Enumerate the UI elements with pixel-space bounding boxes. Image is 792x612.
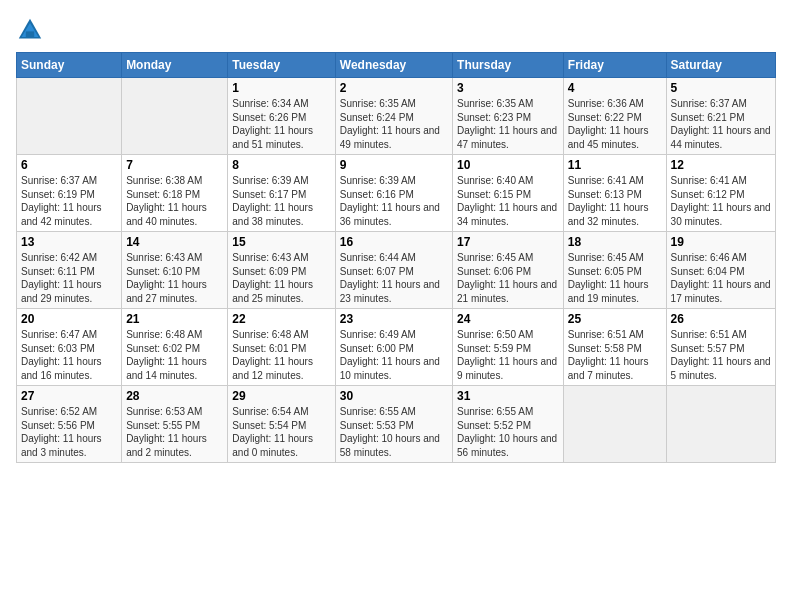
- day-info: Sunrise: 6:39 AMSunset: 6:16 PMDaylight:…: [340, 174, 448, 228]
- col-header-saturday: Saturday: [666, 53, 775, 78]
- day-info: Sunrise: 6:50 AMSunset: 5:59 PMDaylight:…: [457, 328, 559, 382]
- day-number: 16: [340, 235, 448, 249]
- day-number: 30: [340, 389, 448, 403]
- col-header-friday: Friday: [563, 53, 666, 78]
- calendar-cell: [17, 78, 122, 155]
- calendar-cell: 3Sunrise: 6:35 AMSunset: 6:23 PMDaylight…: [453, 78, 564, 155]
- day-info: Sunrise: 6:45 AMSunset: 6:05 PMDaylight:…: [568, 251, 662, 305]
- day-info: Sunrise: 6:53 AMSunset: 5:55 PMDaylight:…: [126, 405, 223, 459]
- calendar-cell: 9Sunrise: 6:39 AMSunset: 6:16 PMDaylight…: [335, 155, 452, 232]
- calendar-cell: 15Sunrise: 6:43 AMSunset: 6:09 PMDayligh…: [228, 232, 335, 309]
- col-header-sunday: Sunday: [17, 53, 122, 78]
- day-number: 20: [21, 312, 117, 326]
- col-header-thursday: Thursday: [453, 53, 564, 78]
- calendar-cell: 28Sunrise: 6:53 AMSunset: 5:55 PMDayligh…: [122, 386, 228, 463]
- day-number: 23: [340, 312, 448, 326]
- calendar-cell: [666, 386, 775, 463]
- day-info: Sunrise: 6:40 AMSunset: 6:15 PMDaylight:…: [457, 174, 559, 228]
- day-number: 11: [568, 158, 662, 172]
- day-number: 28: [126, 389, 223, 403]
- day-number: 7: [126, 158, 223, 172]
- calendar-cell: 22Sunrise: 6:48 AMSunset: 6:01 PMDayligh…: [228, 309, 335, 386]
- day-info: Sunrise: 6:55 AMSunset: 5:53 PMDaylight:…: [340, 405, 448, 459]
- day-info: Sunrise: 6:51 AMSunset: 5:58 PMDaylight:…: [568, 328, 662, 382]
- day-info: Sunrise: 6:37 AMSunset: 6:19 PMDaylight:…: [21, 174, 117, 228]
- calendar-week-3: 13Sunrise: 6:42 AMSunset: 6:11 PMDayligh…: [17, 232, 776, 309]
- calendar-cell: 21Sunrise: 6:48 AMSunset: 6:02 PMDayligh…: [122, 309, 228, 386]
- calendar-header-row: SundayMondayTuesdayWednesdayThursdayFrid…: [17, 53, 776, 78]
- day-number: 6: [21, 158, 117, 172]
- calendar-cell: 18Sunrise: 6:45 AMSunset: 6:05 PMDayligh…: [563, 232, 666, 309]
- day-info: Sunrise: 6:39 AMSunset: 6:17 PMDaylight:…: [232, 174, 330, 228]
- day-info: Sunrise: 6:35 AMSunset: 6:23 PMDaylight:…: [457, 97, 559, 151]
- calendar-cell: 8Sunrise: 6:39 AMSunset: 6:17 PMDaylight…: [228, 155, 335, 232]
- day-info: Sunrise: 6:51 AMSunset: 5:57 PMDaylight:…: [671, 328, 771, 382]
- day-number: 24: [457, 312, 559, 326]
- calendar-cell: 25Sunrise: 6:51 AMSunset: 5:58 PMDayligh…: [563, 309, 666, 386]
- day-info: Sunrise: 6:52 AMSunset: 5:56 PMDaylight:…: [21, 405, 117, 459]
- page-header: [16, 16, 776, 44]
- calendar-cell: 14Sunrise: 6:43 AMSunset: 6:10 PMDayligh…: [122, 232, 228, 309]
- col-header-tuesday: Tuesday: [228, 53, 335, 78]
- calendar-cell: 4Sunrise: 6:36 AMSunset: 6:22 PMDaylight…: [563, 78, 666, 155]
- calendar-cell: 1Sunrise: 6:34 AMSunset: 6:26 PMDaylight…: [228, 78, 335, 155]
- calendar-cell: 24Sunrise: 6:50 AMSunset: 5:59 PMDayligh…: [453, 309, 564, 386]
- day-number: 26: [671, 312, 771, 326]
- day-info: Sunrise: 6:47 AMSunset: 6:03 PMDaylight:…: [21, 328, 117, 382]
- day-number: 9: [340, 158, 448, 172]
- day-number: 18: [568, 235, 662, 249]
- day-number: 29: [232, 389, 330, 403]
- calendar-week-1: 1Sunrise: 6:34 AMSunset: 6:26 PMDaylight…: [17, 78, 776, 155]
- calendar-cell: 26Sunrise: 6:51 AMSunset: 5:57 PMDayligh…: [666, 309, 775, 386]
- day-info: Sunrise: 6:54 AMSunset: 5:54 PMDaylight:…: [232, 405, 330, 459]
- day-info: Sunrise: 6:43 AMSunset: 6:10 PMDaylight:…: [126, 251, 223, 305]
- calendar-cell: [563, 386, 666, 463]
- day-number: 27: [21, 389, 117, 403]
- col-header-monday: Monday: [122, 53, 228, 78]
- day-number: 21: [126, 312, 223, 326]
- day-number: 12: [671, 158, 771, 172]
- day-number: 10: [457, 158, 559, 172]
- day-number: 5: [671, 81, 771, 95]
- day-info: Sunrise: 6:38 AMSunset: 6:18 PMDaylight:…: [126, 174, 223, 228]
- day-info: Sunrise: 6:46 AMSunset: 6:04 PMDaylight:…: [671, 251, 771, 305]
- day-number: 14: [126, 235, 223, 249]
- day-info: Sunrise: 6:36 AMSunset: 6:22 PMDaylight:…: [568, 97, 662, 151]
- day-info: Sunrise: 6:49 AMSunset: 6:00 PMDaylight:…: [340, 328, 448, 382]
- calendar-cell: 12Sunrise: 6:41 AMSunset: 6:12 PMDayligh…: [666, 155, 775, 232]
- day-number: 15: [232, 235, 330, 249]
- day-number: 3: [457, 81, 559, 95]
- day-info: Sunrise: 6:37 AMSunset: 6:21 PMDaylight:…: [671, 97, 771, 151]
- calendar-cell: 16Sunrise: 6:44 AMSunset: 6:07 PMDayligh…: [335, 232, 452, 309]
- day-info: Sunrise: 6:41 AMSunset: 6:13 PMDaylight:…: [568, 174, 662, 228]
- day-number: 31: [457, 389, 559, 403]
- day-info: Sunrise: 6:35 AMSunset: 6:24 PMDaylight:…: [340, 97, 448, 151]
- calendar-cell: 29Sunrise: 6:54 AMSunset: 5:54 PMDayligh…: [228, 386, 335, 463]
- day-number: 19: [671, 235, 771, 249]
- day-number: 25: [568, 312, 662, 326]
- day-number: 13: [21, 235, 117, 249]
- logo: [16, 16, 48, 44]
- day-number: 22: [232, 312, 330, 326]
- day-info: Sunrise: 6:48 AMSunset: 6:02 PMDaylight:…: [126, 328, 223, 382]
- calendar-cell: 19Sunrise: 6:46 AMSunset: 6:04 PMDayligh…: [666, 232, 775, 309]
- calendar-cell: 17Sunrise: 6:45 AMSunset: 6:06 PMDayligh…: [453, 232, 564, 309]
- day-number: 8: [232, 158, 330, 172]
- calendar-cell: 20Sunrise: 6:47 AMSunset: 6:03 PMDayligh…: [17, 309, 122, 386]
- day-info: Sunrise: 6:48 AMSunset: 6:01 PMDaylight:…: [232, 328, 330, 382]
- calendar-week-4: 20Sunrise: 6:47 AMSunset: 6:03 PMDayligh…: [17, 309, 776, 386]
- calendar-week-5: 27Sunrise: 6:52 AMSunset: 5:56 PMDayligh…: [17, 386, 776, 463]
- logo-icon: [16, 16, 44, 44]
- calendar-cell: 13Sunrise: 6:42 AMSunset: 6:11 PMDayligh…: [17, 232, 122, 309]
- calendar-cell: 7Sunrise: 6:38 AMSunset: 6:18 PMDaylight…: [122, 155, 228, 232]
- day-number: 17: [457, 235, 559, 249]
- day-info: Sunrise: 6:41 AMSunset: 6:12 PMDaylight:…: [671, 174, 771, 228]
- calendar-cell: [122, 78, 228, 155]
- day-info: Sunrise: 6:43 AMSunset: 6:09 PMDaylight:…: [232, 251, 330, 305]
- calendar-cell: 31Sunrise: 6:55 AMSunset: 5:52 PMDayligh…: [453, 386, 564, 463]
- calendar-cell: 23Sunrise: 6:49 AMSunset: 6:00 PMDayligh…: [335, 309, 452, 386]
- day-info: Sunrise: 6:44 AMSunset: 6:07 PMDaylight:…: [340, 251, 448, 305]
- calendar-cell: 11Sunrise: 6:41 AMSunset: 6:13 PMDayligh…: [563, 155, 666, 232]
- day-info: Sunrise: 6:34 AMSunset: 6:26 PMDaylight:…: [232, 97, 330, 151]
- day-number: 2: [340, 81, 448, 95]
